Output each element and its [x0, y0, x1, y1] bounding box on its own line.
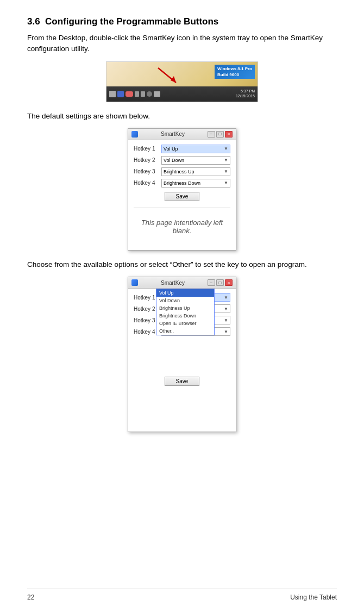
- smartkey-dialog1-container: SmartKey − □ × Hotkey 1 Vol Up ▼: [27, 128, 337, 251]
- smartkey-dialog2-container: SmartKey − □ × Hotkey 1 Vol Up ▼: [27, 277, 337, 432]
- paragraph-2: The default settings are shown below.: [27, 111, 337, 122]
- tray-icon-3: [147, 91, 152, 97]
- hotkey-label-d4: Hotkey 4: [134, 329, 158, 335]
- smartkey-dialog-1: SmartKey − □ × Hotkey 1 Vol Up ▼: [128, 128, 236, 251]
- save-container-2: Save: [134, 377, 230, 389]
- save-container-1: Save: [134, 192, 230, 204]
- windows-badge-line1: Windows 8.1 Pro: [217, 66, 252, 72]
- taskbar-bar: 5:37 PM 12/19/2015: [106, 86, 258, 102]
- smartkey-icon-1: [131, 131, 138, 138]
- hotkey-label-1: Hotkey 1: [134, 146, 158, 152]
- smartkey-title-1: SmartKey: [140, 131, 205, 137]
- section-heading: Configuring the Programmable Buttons: [45, 16, 218, 27]
- window-buttons-2: − □ ×: [208, 279, 233, 286]
- dropdown-item-other[interactable]: Other..: [156, 327, 214, 335]
- tray-time: 5:37 PM 12/19/2015: [236, 89, 255, 98]
- maximize-button-1[interactable]: □: [216, 131, 224, 138]
- bluetooth-tray-icon: [117, 91, 124, 97]
- dropdown-arrow-d4: ▼: [224, 329, 228, 334]
- save-button-1[interactable]: Save: [165, 192, 200, 201]
- hotkey-label-3: Hotkey 3: [134, 168, 158, 174]
- dropdown-item-volup[interactable]: Vol Up: [156, 289, 214, 297]
- taskbar-screenshot: Windows 8.1 Pro Build 9600 5:37 PM 12/19…: [106, 61, 258, 102]
- smartkey-body-1: Hotkey 1 Vol Up ▼ Hotkey 2 Vol Down ▼ Ho…: [128, 140, 236, 250]
- hotkey-row-3: Hotkey 3 Brightness Up ▼: [134, 167, 230, 176]
- hotkey-value-3: Brightness Up: [164, 169, 194, 174]
- paragraph-3: Choose from the available options or sel…: [27, 259, 337, 270]
- dropdown-open-list: Vol Up Vol Down Brightness Up Brightness…: [156, 289, 215, 335]
- close-button-2[interactable]: ×: [225, 279, 233, 286]
- dropdown-arrow-2: ▼: [224, 158, 228, 163]
- dropdown-arrow-d3: ▼: [224, 318, 228, 323]
- dropdown-item-openie[interactable]: Open IE Browser: [156, 320, 214, 327]
- blank-page-notice: This page intentionally left blank.: [134, 207, 230, 246]
- minimize-button-2[interactable]: −: [208, 279, 215, 286]
- hotkey-row-1: Hotkey 1 Vol Up ▼: [134, 145, 230, 153]
- hotkey-select-2[interactable]: Vol Down ▼: [161, 156, 230, 165]
- hotkey-value-2: Vol Down: [164, 158, 184, 163]
- footer-right-text: Using the Tablet: [290, 594, 337, 601]
- minimize-button-1[interactable]: −: [208, 131, 215, 138]
- dropdown-arrow-4: ▼: [224, 180, 228, 185]
- smartkey-body-2: Hotkey 1 Vol Up ▼ Hotkey 2 Vol Down ▼ Ho…: [128, 289, 236, 432]
- hotkey-label-2: Hotkey 2: [134, 157, 158, 163]
- hotkey-value-4: Brightness Down: [164, 180, 200, 186]
- bottom-spacer: [134, 389, 230, 427]
- window-buttons-1: − □ ×: [208, 131, 233, 138]
- section-number: 3.6: [27, 16, 40, 27]
- dropdown-arrow-3: ▼: [224, 169, 228, 174]
- dropdown-item-voldown[interactable]: Vol Down: [156, 297, 214, 304]
- smartkey-titlebar-2: SmartKey − □ ×: [128, 277, 236, 289]
- dropdown-arrow-d1: ▼: [224, 295, 228, 300]
- windows-badge-line2: Build 9600: [217, 72, 252, 78]
- hotkey-value-1: Vol Up: [164, 146, 178, 152]
- hotkey-row-4: Hotkey 4 Brightness Down ▼: [134, 179, 230, 188]
- smartkey-titlebar-1: SmartKey − □ ×: [128, 129, 236, 140]
- page-number: 22: [27, 594, 34, 601]
- dropdown-arrow-d2: ▼: [224, 307, 228, 311]
- maximize-button-2[interactable]: □: [216, 279, 224, 286]
- hotkey-label-4: Hotkey 4: [134, 180, 158, 186]
- windows-badge: Windows 8.1 Pro Build 9600: [215, 65, 255, 79]
- svg-marker-1: [171, 76, 176, 83]
- tray-icon-2: [141, 91, 145, 97]
- hotkey-select-4[interactable]: Brightness Down ▼: [161, 179, 230, 188]
- section-title: 3.6 Configuring the Programmable Buttons: [27, 16, 337, 27]
- hotkey-select-3[interactable]: Brightness Up ▼: [161, 167, 230, 176]
- paragraph-1: From the Desktop, double-click the Smart…: [27, 33, 337, 55]
- keyboard-tray-icon: [109, 91, 116, 97]
- hotkey-label-d2: Hotkey 2: [134, 306, 158, 312]
- dropdown-item-brightup[interactable]: Brightness Up: [156, 304, 214, 312]
- dropdown-item-brightdown[interactable]: Brightness Down: [156, 312, 214, 320]
- hotkey-row-2: Hotkey 2 Vol Down ▼: [134, 156, 230, 165]
- page-footer: 22 Using the Tablet: [27, 589, 337, 601]
- close-button-1[interactable]: ×: [225, 131, 233, 138]
- tray-date: 12/19/2015: [236, 94, 255, 98]
- hotkey-label-d3: Hotkey 3: [134, 317, 158, 323]
- tray-icon-4: [154, 91, 160, 97]
- smartkey-title-2: SmartKey: [140, 280, 205, 286]
- hotkey-label-d1: Hotkey 1: [134, 295, 158, 301]
- smartkey-icon-2: [131, 279, 138, 286]
- speaker-tray-icon: [125, 91, 133, 97]
- tray-clock: 5:37 PM: [236, 89, 255, 93]
- taskbar-screenshot-container: Windows 8.1 Pro Build 9600 5:37 PM 12/19…: [27, 61, 337, 102]
- red-arrow-icon: [155, 65, 183, 87]
- tray-icon-1: [135, 91, 139, 97]
- smartkey-dialog-2: SmartKey − □ × Hotkey 1 Vol Up ▼: [128, 277, 236, 432]
- save-button-2[interactable]: Save: [165, 377, 200, 386]
- hotkey-select-1[interactable]: Vol Up ▼: [161, 145, 230, 153]
- dropdown-arrow-1: ▼: [224, 146, 228, 151]
